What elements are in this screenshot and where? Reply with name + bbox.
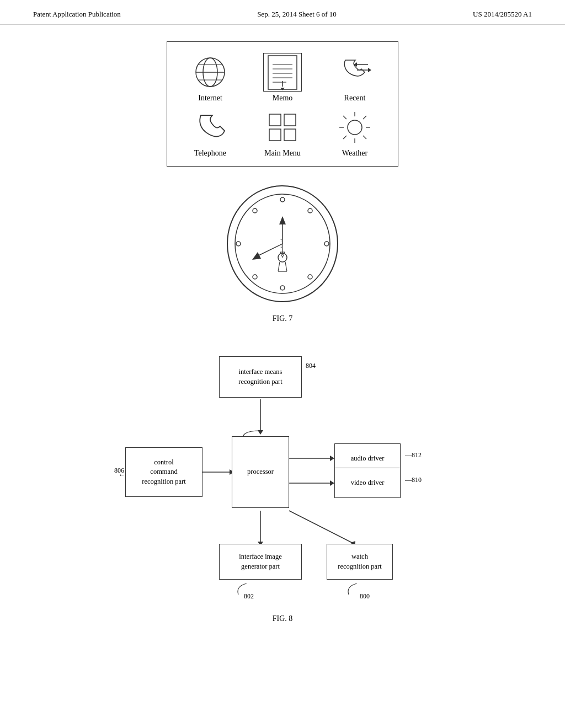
weather-label: Weather bbox=[342, 149, 367, 158]
svg-line-27 bbox=[363, 136, 366, 139]
svg-line-48 bbox=[285, 262, 287, 271]
num-800: 800 bbox=[360, 592, 370, 601]
phone-icon bbox=[191, 108, 230, 147]
sun-icon bbox=[335, 108, 374, 147]
block-interface-means: interface meansrecognition part bbox=[219, 356, 302, 398]
svg-line-62 bbox=[289, 511, 354, 544]
svg-point-21 bbox=[348, 120, 362, 135]
phone-arrows-icon bbox=[335, 53, 374, 92]
menu-grid: Internet Memo bbox=[175, 53, 390, 158]
block-watch-recognition: watchrecognition part bbox=[327, 544, 393, 580]
block-video-driver: video driver bbox=[334, 468, 401, 498]
watch-face-svg: ↑ ↓ bbox=[219, 180, 346, 307]
svg-point-37 bbox=[253, 275, 257, 279]
svg-rect-17 bbox=[269, 114, 281, 126]
block-interface-image: interface imagegenerator part bbox=[219, 544, 302, 580]
svg-marker-57 bbox=[330, 456, 334, 461]
header-left: Patent Application Publication bbox=[33, 10, 121, 19]
fig7-label: FIG. 7 bbox=[273, 314, 293, 323]
memo-icon bbox=[263, 53, 302, 92]
svg-line-26 bbox=[343, 116, 347, 119]
block-control-command: controlcommandrecognition part bbox=[125, 447, 202, 497]
header-right: US 2014/285520 A1 bbox=[473, 10, 532, 19]
clock-diagram: ↑ ↓ bbox=[219, 180, 346, 307]
svg-marker-53 bbox=[258, 430, 263, 435]
svg-point-35 bbox=[308, 275, 312, 279]
svg-point-36 bbox=[280, 286, 285, 290]
label-812: —812 bbox=[405, 451, 422, 459]
interface-means-label: interface meansrecognition part bbox=[238, 367, 282, 387]
interface-image-label: interface imagegenerator part bbox=[239, 552, 281, 571]
recent-label: Recent bbox=[344, 94, 366, 103]
menu-item-telephone: Telephone bbox=[175, 108, 245, 158]
processor-label: processor bbox=[247, 467, 274, 477]
menu-item-weather: Weather bbox=[320, 108, 390, 158]
svg-line-47 bbox=[278, 262, 280, 271]
label-804: 804 bbox=[306, 362, 316, 370]
mainmenu-label: Main Menu bbox=[264, 149, 301, 158]
main-content: Internet Memo bbox=[0, 41, 565, 640]
menu-item-internet: Internet bbox=[175, 53, 245, 103]
svg-line-29 bbox=[343, 136, 347, 139]
svg-marker-16 bbox=[368, 68, 371, 72]
audio-driver-label: audio driver bbox=[351, 454, 385, 464]
block-processor: processor bbox=[232, 436, 289, 508]
svg-point-38 bbox=[236, 242, 241, 246]
internet-label: Internet bbox=[198, 94, 222, 103]
svg-line-44 bbox=[257, 244, 282, 256]
memo-label: Memo bbox=[273, 94, 293, 103]
svg-point-32 bbox=[280, 197, 285, 202]
header-center: Sep. 25, 2014 Sheet 6 of 10 bbox=[257, 10, 337, 19]
block-diagram: 808 interface meansrecognition part 804 … bbox=[89, 345, 476, 610]
svg-line-28 bbox=[363, 116, 366, 119]
svg-rect-20 bbox=[284, 129, 296, 141]
control-command-label: controlcommandrecognition part bbox=[142, 458, 186, 487]
svg-rect-19 bbox=[269, 129, 281, 141]
telephone-label: Telephone bbox=[194, 149, 226, 158]
svg-point-39 bbox=[253, 208, 257, 213]
fig8-container: 808 interface meansrecognition part 804 … bbox=[89, 345, 476, 640]
globe-icon bbox=[191, 53, 230, 92]
menu-item-mainmenu: Main Menu bbox=[248, 108, 317, 158]
menu-item-recent: Recent bbox=[320, 53, 390, 103]
svg-point-33 bbox=[308, 208, 312, 213]
watch-recognition-label: watchrecognition part bbox=[338, 552, 382, 571]
menu-item-memo: Memo bbox=[248, 53, 317, 103]
svg-point-34 bbox=[324, 242, 329, 246]
svg-marker-41 bbox=[279, 216, 286, 224]
fig7-menu-box: Internet Memo bbox=[167, 41, 398, 167]
svg-marker-45 bbox=[252, 252, 261, 260]
num-802: 802 bbox=[244, 592, 254, 601]
svg-text:↓: ↓ bbox=[280, 242, 283, 249]
video-driver-label: video driver bbox=[351, 478, 385, 488]
fig8-label: FIG. 8 bbox=[89, 614, 476, 623]
grid-icon bbox=[263, 108, 302, 147]
label-810: —810 bbox=[405, 476, 422, 484]
patent-header: Patent Application Publication Sep. 25, … bbox=[0, 0, 565, 25]
svg-rect-18 bbox=[284, 114, 296, 126]
svg-marker-59 bbox=[330, 480, 334, 486]
